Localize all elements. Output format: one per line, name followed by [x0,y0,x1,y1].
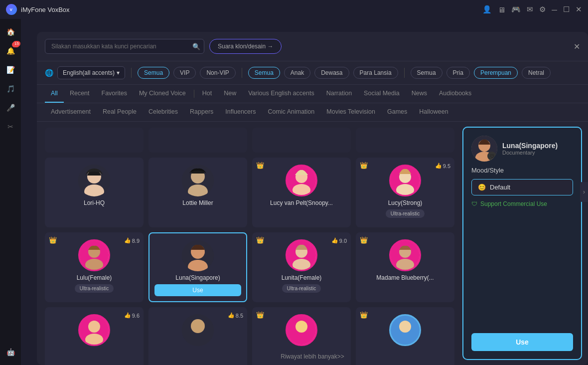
tab-favorites[interactable]: Favorites [96,85,133,103]
lori-hq-avatar [78,165,110,196]
category-tabs-row1: All Recent Favorites My Cloned Voice Hot… [37,85,588,103]
lucy-strong-name: Lucy(Strong) [388,199,423,206]
thumbs-up-icon-r32: 👍 [228,312,235,319]
dropdown-icon: ▾ [117,69,120,76]
bell-icon: 🔔 [6,47,15,55]
voice-design-button[interactable]: Suara klon/desain → [209,39,282,54]
mail-icon[interactable]: ✉ [527,5,533,14]
screen-icon[interactable]: 🖥 [498,5,505,14]
thumbs-up-icon: 👍 [435,163,442,169]
tab-halloween[interactable]: Halloween [413,103,454,121]
category-tabs-row2: Advertisement Real People Celebrities Ra… [37,103,588,122]
close-icon[interactable]: ✕ [576,5,582,14]
close-button[interactable]: ✕ [574,42,580,51]
sidebar: 🏠 🔔 15 📝 🎵 🎤 ✂ 🤖 [0,19,21,365]
lucy-van-pelt-avatar [286,165,317,196]
game-icon[interactable]: 🎮 [511,5,521,14]
bottom-bar[interactable]: Riwayat lebih banyak>> [281,353,344,360]
voice-card-row3-4[interactable]: 👑 [356,307,454,365]
sidebar-item-text[interactable]: 📝 [2,62,18,78]
voice-card-lottie-miller[interactable]: Lottie Miller [148,158,247,227]
sidebar-item-edit[interactable]: ✂ [2,119,18,135]
sidebar-item-media[interactable]: 🎵 [2,81,18,97]
voice-card-lulu-female[interactable]: 👑 👍 8.9 Lulu(Female) Ult [45,232,144,302]
filter-para-lansia[interactable]: Para Lansia [353,67,398,79]
tab-social-media[interactable]: Social Media [358,85,406,103]
search-box: 🔍 [45,39,204,54]
filter-all-1[interactable]: Semua [138,67,169,79]
detail-category: Documentary [502,150,558,156]
partial-card-4 [356,128,454,153]
filter-row: 🌐 English(all accents) ▾ Semua VIP Non-V… [37,61,588,85]
tab-influencers[interactable]: Influencers [219,103,262,121]
expand-btn[interactable]: › [580,182,588,202]
filter-perempuan[interactable]: Perempuan [474,67,518,79]
detail-use-button[interactable]: Use [471,333,573,351]
tab-games[interactable]: Games [381,103,413,121]
voice-card-lucy-van-pelt[interactable]: 👑 Lucy van Pelt(Snoopy... [252,158,351,227]
filter-dewasa[interactable]: Dewasa [314,67,349,79]
language-selector[interactable]: English(all accents) ▾ [57,66,125,79]
filter-pria[interactable]: Pria [446,67,470,79]
category-divider [194,90,194,98]
voice-card-luna-singapore[interactable]: Luna(Singapore) Use [148,232,247,302]
luna-use-button[interactable]: Use [154,284,241,296]
sidebar-item-home[interactable]: 🏠 [2,24,18,40]
voice-card-row3-2[interactable]: 👍 8.5 [148,307,247,365]
title-bar-controls: 👤 🖥 🎮 ✉ ⚙ ─ ☐ ✕ [482,5,582,14]
filter-semua[interactable]: Semua [411,67,442,79]
filter-nonvip[interactable]: Non-VIP [200,67,235,79]
search-button[interactable]: 🔍 [192,43,200,50]
mood-style-selector[interactable]: 😊 Default [471,179,573,195]
filter-all-2[interactable]: Semua [248,67,280,79]
tab-new[interactable]: New [218,85,242,103]
shield-check-icon: 🛡 [471,200,477,207]
mood-emoji: 😊 [478,183,486,191]
voice-card-row3-1[interactable]: 👍 9.6 [45,307,144,365]
svg-point-27 [88,321,100,333]
maximize-icon[interactable]: ☐ [563,5,570,14]
tab-movies-television[interactable]: Movies Television [320,103,381,121]
tab-all[interactable]: All [45,85,64,103]
voice-card-lunita-female[interactable]: 👑 👍 9.0 Lunita(Female) U [252,232,351,302]
sidebar-item-notifications[interactable]: 🔔 15 [2,43,18,59]
lunita-rating: 👍 9.0 [331,237,347,244]
madame-blueberry-name: Madame Blueberry(... [376,274,434,281]
tab-my-cloned-voice[interactable]: My Cloned Voice [133,85,192,103]
app-icon: V [6,4,17,15]
tab-real-people[interactable]: Real People [97,103,143,121]
filter-divider-3 [404,68,405,78]
sidebar-item-robot[interactable]: 🤖 [2,344,18,360]
tab-advertisement[interactable]: Advertisement [45,103,97,121]
tab-audiobooks[interactable]: Audiobooks [433,85,477,103]
settings-icon[interactable]: ⚙ [539,5,546,14]
tab-rappers[interactable]: Rappers [184,103,219,121]
minimize-icon[interactable]: ─ [552,5,557,14]
search-input[interactable] [45,39,204,54]
tab-narration[interactable]: Narration [320,85,358,103]
tab-recent[interactable]: Recent [64,85,96,103]
account-icon[interactable]: 👤 [482,5,492,14]
tab-celebrities[interactable]: Celebrities [143,103,184,121]
voice-grid: Lori-HQ Lottie Miller [37,122,462,365]
partial-card-3 [252,128,351,153]
voice-card-lori-hq[interactable]: Lori-HQ [45,158,144,227]
lucy-strong-avatar [389,165,421,196]
tab-news[interactable]: News [406,85,433,103]
heart-icon[interactable]: ♡ [487,152,496,161]
crown-icon-r33: 👑 [256,311,264,319]
luna-singapore-name: Luna(Singapore) [175,274,220,281]
crown-icon-r34: 👑 [360,311,368,319]
tab-various-english[interactable]: Various English accents [242,85,320,103]
filter-anak[interactable]: Anak [284,67,310,79]
svg-text:V: V [10,7,13,12]
lottie-miller-name: Lottie Miller [182,199,213,206]
filter-netral[interactable]: Netral [522,67,551,79]
tab-hot[interactable]: Hot [196,85,218,103]
filter-vip[interactable]: VIP [173,67,196,79]
voice-card-madame-blueberry[interactable]: 👑 Madame Blueberry(... [356,232,454,302]
sidebar-item-voice[interactable]: 🎤 [2,100,18,116]
globe-icon: 🌐 [45,69,53,77]
voice-card-lucy-strong[interactable]: 👑 👍 9.5 Lucy(Strong) Ult [356,158,454,227]
tab-comic-animation[interactable]: Comic Animation [262,103,320,121]
